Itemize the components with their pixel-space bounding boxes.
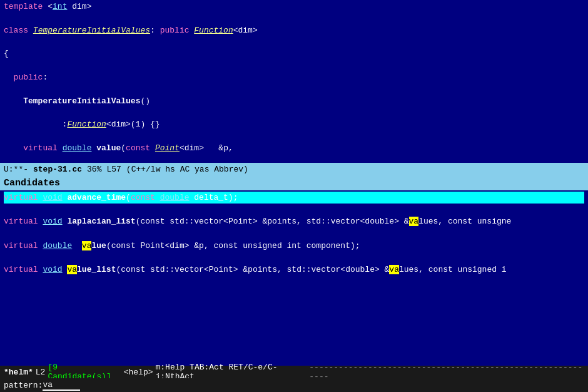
keyword-class: class — [4, 26, 28, 35]
helm-status-bar: *helm* L2 [9 Candidate(s)] <help> m:Help… — [0, 366, 588, 378]
status-line: L57 — [106, 165, 121, 174]
code-line-7: virtual double value(const Point<dim> &p… — [4, 143, 584, 155]
keyword-int: int — [53, 2, 67, 11]
candidates-header: Candidates — [0, 175, 588, 190]
editor-area: template <int dim> class TemperatureInit… — [0, 0, 588, 163]
candidate-item-selected[interactable]: virtual void advance_time(const double d… — [4, 192, 584, 204]
candidate-item-3[interactable]: virtual double value(const Point<dim> &p… — [4, 240, 584, 252]
code-line-2: class TemperatureInitialValues: public F… — [4, 25, 584, 37]
status-modeinfo: (C++/lw hs AC yas Abbrev) — [126, 165, 248, 174]
candidates-title: Candidates — [4, 178, 60, 188]
code-line-3: { — [4, 48, 584, 60]
code-line-6: :Function<dim>(1) {} — [4, 119, 584, 131]
helm-line-number: L2 — [36, 368, 46, 377]
status-percent: 36% — [87, 165, 101, 174]
pattern-bar: pattern: — [0, 378, 588, 392]
pattern-label: pattern: — [4, 381, 43, 390]
status-mode: U:**- — [4, 165, 28, 174]
status-filename: step-31.cc — [33, 165, 82, 174]
code-line-4: public: — [4, 72, 584, 84]
helm-help-label: <help> — [124, 368, 153, 377]
class-name-temperature: TemperatureInitialValues — [33, 26, 150, 35]
app-container: template <int dim> class TemperatureInit… — [0, 0, 588, 392]
candidates-area: virtual void advance_time(const double d… — [0, 190, 588, 279]
pattern-input[interactable] — [43, 380, 80, 391]
helm-buffer-name: *helm* — [4, 368, 33, 377]
code-line-5: TemperatureInitialValues() — [4, 96, 584, 108]
code-line-1: template <int dim> — [4, 1, 584, 13]
candidate-item-2[interactable]: virtual void laplacian_list(const std::v… — [4, 215, 584, 227]
candidate-item-4[interactable]: virtual void value_list(const std::vecto… — [4, 264, 584, 276]
status-bar: U:**- step-31.cc 36% L57 (C++/lw hs AC y… — [0, 163, 588, 175]
keyword-template: template — [4, 2, 43, 11]
